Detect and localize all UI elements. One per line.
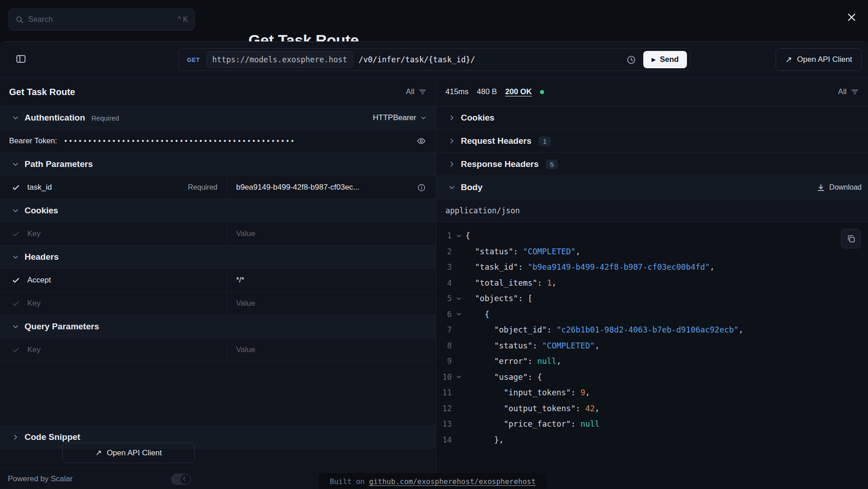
code-line: 14 }, bbox=[436, 432, 868, 448]
send-button[interactable]: ▶ Send bbox=[643, 51, 687, 68]
response-filter-button[interactable]: All bbox=[838, 87, 859, 96]
line-number: 1 bbox=[436, 231, 452, 240]
fold-chevron-icon[interactable] bbox=[452, 374, 465, 380]
path-parameters-label: Path Parameters bbox=[25, 159, 93, 169]
info-icon[interactable] bbox=[416, 182, 427, 193]
cookie-key-input[interactable] bbox=[27, 229, 217, 238]
code-text: }, bbox=[465, 435, 504, 444]
param-required-tag: Required bbox=[188, 183, 217, 192]
response-panel: 415ms 480 B 200 OK All bbox=[436, 78, 868, 489]
section-request-headers[interactable]: Request Headers 1 bbox=[436, 130, 868, 153]
auth-scheme-select[interactable]: HTTPBearer bbox=[373, 113, 427, 122]
code-text: "objects": [ bbox=[465, 294, 533, 303]
download-button[interactable]: Download bbox=[817, 183, 862, 192]
path-input[interactable] bbox=[358, 55, 625, 64]
line-number: 7 bbox=[436, 325, 452, 334]
authentication-required-tag: Required bbox=[91, 114, 119, 122]
search-field[interactable] bbox=[28, 15, 173, 24]
checkbox-checked-icon[interactable] bbox=[12, 276, 20, 284]
code-line: 2 "status": "COMPLETED", bbox=[436, 244, 868, 260]
section-cookies[interactable]: Cookies bbox=[0, 199, 436, 222]
code-text: "total_items": 1, bbox=[465, 278, 556, 287]
copy-icon[interactable] bbox=[841, 229, 861, 248]
section-authentication[interactable]: Authentication Required HTTPBearer bbox=[0, 106, 436, 130]
chevron-down-icon bbox=[12, 161, 19, 168]
cookie-value-input[interactable] bbox=[236, 229, 427, 238]
chevron-down-icon bbox=[448, 184, 455, 191]
code-line: 1{ bbox=[436, 228, 868, 244]
fold-chevron-icon[interactable] bbox=[452, 233, 465, 239]
fold-chevron-icon[interactable] bbox=[452, 296, 465, 302]
checkbox-unchecked-icon[interactable] bbox=[12, 299, 20, 308]
section-response-headers[interactable]: Response Headers 5 bbox=[436, 153, 868, 176]
search-input[interactable]: ^ K bbox=[9, 9, 195, 30]
section-response-cookies[interactable]: Cookies bbox=[436, 106, 868, 130]
line-number: 13 bbox=[436, 419, 452, 429]
status-badge[interactable]: 200 OK bbox=[505, 87, 532, 96]
line-number: 2 bbox=[436, 247, 452, 256]
request-title: Get Task Route bbox=[9, 87, 75, 97]
eye-icon[interactable] bbox=[416, 136, 427, 146]
query-key-input[interactable] bbox=[27, 345, 217, 354]
header-key-input[interactable] bbox=[27, 299, 217, 308]
chevron-down-icon bbox=[12, 323, 19, 330]
headers-label: Headers bbox=[25, 252, 59, 262]
chevron-down-icon bbox=[12, 253, 19, 261]
method-select[interactable]: GET bbox=[187, 56, 200, 63]
code-snippet-label: Code Snippet bbox=[25, 432, 80, 442]
close-icon[interactable] bbox=[843, 9, 860, 25]
query-parameters-label: Query Parameters bbox=[25, 322, 99, 332]
header-row-accept: Accept bbox=[0, 269, 436, 292]
api-client-modal: GET https://models.exosphere.host ▶ Send… bbox=[0, 41, 868, 489]
checkbox-unchecked-icon[interactable] bbox=[12, 346, 20, 354]
header-key: Accept bbox=[27, 276, 51, 285]
base-url[interactable]: https://models.exosphere.host bbox=[207, 51, 353, 68]
chevron-right-icon bbox=[12, 434, 19, 441]
bearer-token-field[interactable]: ••••••••••••••••••••••••••••••••••••••••… bbox=[65, 137, 409, 145]
chevron-right-icon bbox=[448, 114, 455, 121]
footer-github-link[interactable]: github.com/exospherehost/exospherehost bbox=[369, 477, 535, 486]
query-value-input[interactable] bbox=[236, 345, 427, 354]
checkbox-unchecked-icon[interactable] bbox=[12, 230, 20, 238]
sidebar-open-api-client-label: Open API Client bbox=[107, 449, 162, 458]
search-icon bbox=[15, 15, 24, 24]
request-filter-button[interactable]: All bbox=[406, 87, 427, 96]
header-value-cell bbox=[227, 269, 436, 292]
fold-chevron-icon[interactable] bbox=[452, 311, 465, 317]
body-label: Body bbox=[461, 182, 483, 192]
external-link-icon: ↗ bbox=[785, 55, 792, 65]
response-cookies-label: Cookies bbox=[461, 113, 495, 123]
code-line: 11 "input_tokens": 9, bbox=[436, 385, 868, 401]
response-time: 415ms bbox=[445, 87, 469, 96]
query-key-cell bbox=[0, 338, 227, 361]
path-param-value-cell bbox=[227, 176, 436, 199]
page-footer: Built on github.com/exospherehost/exosph… bbox=[319, 473, 547, 489]
code-line: 7 "object_id": "c26b1b01-98d2-4063-b7eb-… bbox=[436, 322, 868, 338]
sidebar-toggle-icon[interactable] bbox=[14, 52, 28, 68]
section-path-parameters[interactable]: Path Parameters bbox=[0, 153, 436, 176]
sidebar-open-api-client-button[interactable]: ↗ Open API Client bbox=[62, 443, 195, 463]
response-body-code: 1{2 "status": "COMPLETED",3 "task_id": "… bbox=[436, 222, 868, 489]
section-headers[interactable]: Headers bbox=[0, 246, 436, 269]
line-number: 12 bbox=[436, 404, 452, 413]
accept-value-input[interactable] bbox=[236, 276, 427, 285]
header-value-input[interactable] bbox=[236, 299, 427, 308]
request-header: Get Task Route All bbox=[0, 78, 436, 106]
line-number: 14 bbox=[436, 435, 452, 444]
section-query-parameters[interactable]: Query Parameters bbox=[0, 315, 436, 338]
download-label: Download bbox=[829, 183, 862, 192]
task-id-value-input[interactable] bbox=[236, 183, 412, 192]
code-text: "status": "COMPLETED", bbox=[465, 341, 600, 350]
code-text: "object_id": "c26b1b01-98d2-4063-b7eb-d9… bbox=[465, 325, 743, 334]
response-stats: 415ms 480 B 200 OK bbox=[445, 87, 544, 96]
history-icon[interactable] bbox=[625, 53, 638, 66]
code-line: 9 "error": null, bbox=[436, 353, 868, 369]
dark-mode-toggle[interactable]: ☾ bbox=[171, 474, 191, 485]
authentication-label: Authentication bbox=[25, 113, 85, 123]
cookies-label: Cookies bbox=[25, 206, 58, 216]
panels: Get Task Route All Authentication Requir… bbox=[0, 78, 868, 489]
open-api-client-button[interactable]: ↗ Open API Client bbox=[776, 48, 862, 71]
request-panel-spacer bbox=[0, 362, 436, 425]
checkbox-checked-icon[interactable] bbox=[12, 183, 20, 192]
section-body[interactable]: Body Download bbox=[436, 176, 868, 199]
